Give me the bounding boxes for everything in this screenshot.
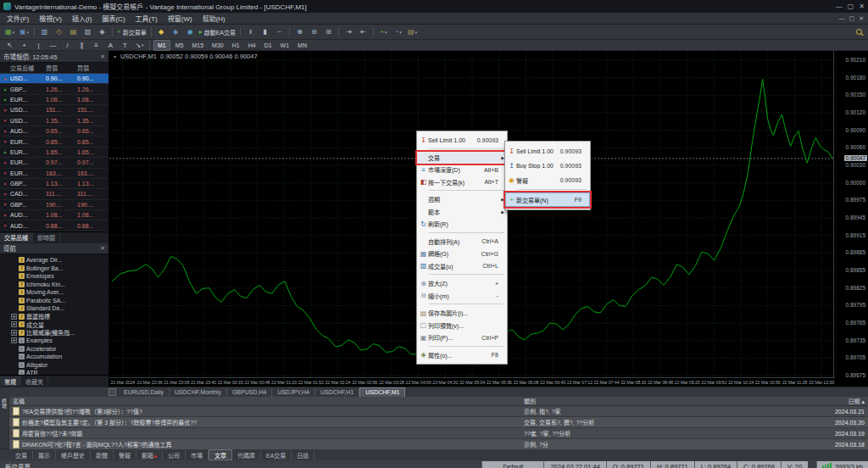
market-watch-row[interactable]: ▼EUR...0.97...0.97... — [0, 158, 108, 168]
text-label-tool-button[interactable]: T — [119, 40, 131, 51]
navigator-item[interactable]: fEnvelopes — [19, 272, 108, 281]
navigator-item[interactable]: ▪Accelerator — [19, 344, 108, 353]
autotrade-settings-button[interactable]: ◆ — [170, 26, 182, 37]
price-axis[interactable]: 0.902100.901800.901500.901200.900900.900… — [833, 51, 868, 378]
menu-item-自動排列-A-[interactable]: 自動排列(A)Ctrl+A — [417, 236, 507, 248]
navigator-item[interactable]: +f震盪指標 — [11, 312, 108, 320]
market-watch-row[interactable]: ▼EUR...0.85...0.85... — [0, 136, 108, 147]
arrows-tool-tool-button[interactable]: ↘▾ — [133, 40, 146, 51]
chart-tab-USDCHF,Monthly[interactable]: USDCHF,Monthly — [170, 388, 227, 397]
zoom-out-button[interactable]: ⊖ — [308, 26, 320, 37]
market-watch-row[interactable]: ▲EUR...1.08...1.08... — [0, 95, 108, 105]
equidistant-channel-tool-button[interactable]: ∥ — [75, 40, 88, 51]
child-minimize-button[interactable]: — — [839, 15, 845, 22]
terminal-tab-EA交易[interactable]: EA交易 — [261, 450, 292, 460]
menu-item-Sell-Limit-1-00[interactable]: ↧Sell Limit 1.000.90093 — [505, 144, 590, 159]
chart-tab-USDJPY,H4[interactable]: USDJPY,H4 — [272, 388, 315, 397]
menu-item-刷新-R-[interactable]: ↻刷新(R) — [417, 218, 507, 231]
menu-item-新交易單-N-[interactable]: +新交易單(N)F9 — [505, 192, 590, 207]
chart-window[interactable]: ▼ USDCHF,M1 0.90052 0.90059 0.90046 0.90… — [109, 51, 868, 387]
child-restore-button[interactable]: ▢ — [849, 15, 855, 22]
navigator-item[interactable]: fIchimoku Kin... — [19, 280, 108, 288]
horizontal-line-tool-button[interactable]: — — [47, 40, 59, 51]
templates-button[interactable]: ▤▾ — [406, 26, 419, 37]
navigator-item[interactable]: ▪Accumulation — [19, 353, 108, 361]
cursor-tool-button[interactable]: ↖ — [3, 40, 16, 51]
zoom-in-button[interactable]: ⊕ — [293, 26, 306, 37]
market-watch-row[interactable]: ▼CAD...111....111.... — [0, 189, 108, 199]
connection-status[interactable]: 3993/3 kb — [816, 461, 868, 468]
tile-windows-button[interactable]: ⊞ — [322, 26, 335, 37]
navigator-button[interactable]: ▤ — [67, 26, 80, 37]
close-icon[interactable]: ✕ — [100, 245, 105, 252]
menu-item-按一下交易-k-[interactable]: ◧按一下交易(k)Alt+T — [417, 176, 507, 189]
menu-item-成交量-u-[interactable]: ▥成交量(u)Ctrl+L — [417, 260, 507, 273]
time-axis[interactable]: 21 Mar 202421 Mar 22:3621 Mar 23:0821 Ma… — [109, 377, 835, 387]
menu-item-視窗(W)[interactable]: 視窗(W) — [163, 14, 198, 23]
timeframe-H4[interactable]: H4 — [245, 41, 259, 50]
data-window-button[interactable]: ◇ — [53, 26, 65, 37]
navigator-tab-常規[interactable]: 常規 — [0, 376, 21, 386]
menu-item-Sell-Limit-1-00[interactable]: ↧Sell Limit 1.000.90093 — [417, 134, 507, 147]
chart-tab-GBPUSD,H4[interactable]: GBPUSD,H4 — [227, 388, 272, 397]
timeframe-H1[interactable]: H1 — [229, 41, 243, 50]
expand-icon[interactable]: + — [11, 337, 17, 343]
menu-item-圖表(C)[interactable]: 圖表(C) — [97, 14, 130, 23]
chart-tab-USDCHF,H1[interactable]: USDCHF,H1 — [315, 388, 359, 397]
terminal-panel-button[interactable]: ▧ — [81, 26, 94, 37]
profiles-button[interactable]: ▣▾ — [18, 26, 31, 37]
market-watch-tab-即時圖[interactable]: 即時圖 — [33, 233, 60, 242]
market-watch-row[interactable]: ▲GBP...1.26...1.26... — [0, 84, 108, 94]
line-chart-button[interactable]: ~ — [273, 26, 286, 37]
text-tool-button[interactable]: A — [104, 40, 117, 51]
expand-icon[interactable]: + — [11, 330, 17, 336]
chevron-down-icon[interactable]: ▼ — [113, 54, 117, 59]
navigator-item[interactable]: fStandard De... — [19, 304, 108, 313]
profile-selector[interactable]: Default — [481, 461, 543, 468]
market-watch-row[interactable]: ▼USD...1.35...1.35... — [0, 116, 108, 126]
ohlc-bars-button[interactable]: ‖ — [244, 26, 257, 37]
market-watch-row[interactable]: ▼AUD...0.88...0.88... — [0, 220, 108, 231]
navigator-item[interactable]: +f成交量 — [11, 320, 108, 329]
terminal-tab-展示[interactable]: 展示 — [33, 450, 56, 460]
terminal-tab-新聞[interactable]: 新聞 — [91, 450, 114, 460]
timeframe-W1[interactable]: W1 — [277, 41, 293, 50]
minimize-button[interactable]: — — [836, 3, 843, 10]
terminal-tab-交易[interactable]: 交易 — [10, 450, 33, 460]
market-watch-row[interactable]: ▼AUD...0.65...0.65... — [0, 126, 108, 136]
navigator-item[interactable]: fMoving Aver... — [19, 288, 108, 297]
menu-item-縮小-m-[interactable]: ⊖縮小(m)- — [417, 290, 507, 303]
market-watch-row[interactable]: ▼GBP...1.13...1.13... — [0, 179, 108, 189]
navigator-item[interactable]: ▪Alligator — [19, 360, 108, 369]
article-row[interactable]: 用霍盲信??估?未?效能??者, ?家, ??分析2024.03.19 — [9, 428, 868, 439]
article-row[interactable]: DRAKON可?化?程?言 - 面向MQL??人?和客?的通信工具示例, ?分2… — [9, 439, 868, 450]
navigator-item[interactable]: +f比爾威廉(鱷魚指... — [11, 328, 108, 337]
timeframe-D1[interactable]: D1 — [261, 41, 275, 50]
navigator-item[interactable]: fAverage Dir... — [19, 256, 108, 265]
market-watch-row[interactable]: ▼AUD...1.08...1.08... — [0, 210, 108, 220]
terminal-tab-警報[interactable]: 警報 — [114, 450, 136, 460]
menu-item-列印預覽-v-[interactable]: ▢列印預覽(v)... — [417, 320, 507, 332]
menu-item-放大-Z-[interactable]: ⊕放大(Z)+ — [417, 277, 507, 290]
window-list-icon[interactable] — [108, 388, 116, 396]
terminal-tab-公司[interactable]: 公司 — [163, 450, 186, 460]
close-button[interactable]: ✕ — [859, 3, 865, 10]
chart-shift-button[interactable]: ⇤ — [357, 26, 370, 37]
timeframe-M30[interactable]: M30 — [209, 41, 227, 50]
menu-item-市場深度-D-[interactable]: ≡市場深度(D)Alt+B — [417, 164, 507, 176]
auto-scroll-button[interactable]: ⇥ — [342, 26, 355, 37]
menu-item-檢視(V)[interactable]: 檢視(V) — [34, 14, 67, 23]
trend-line-tool-button[interactable]: / — [61, 40, 74, 51]
timeframe-M1[interactable]: M1 — [153, 40, 170, 51]
metaeditor-button[interactable]: ◆ — [155, 26, 168, 37]
menu-item-保存為圖片-i-[interactable]: ▤保存為圖片(i)... — [417, 307, 507, 320]
menu-item-Buy-Stop-1-00[interactable]: ↥Buy Stop 1.000.90093 — [505, 159, 590, 173]
search-icon[interactable] — [856, 29, 862, 35]
expand-icon[interactable]: + — [11, 314, 17, 320]
terminal-tab-代碼庫[interactable]: 代碼庫 — [232, 450, 261, 460]
periods-button[interactable]: ◔▾ — [392, 26, 404, 37]
candlesticks-button[interactable]: ▮ — [259, 26, 271, 37]
strategy-tester-button[interactable]: ◈ — [96, 26, 108, 37]
menu-item-週期[interactable]: 週期▶ — [417, 193, 507, 206]
terminal-tab-市場[interactable]: 市場 — [186, 450, 209, 460]
